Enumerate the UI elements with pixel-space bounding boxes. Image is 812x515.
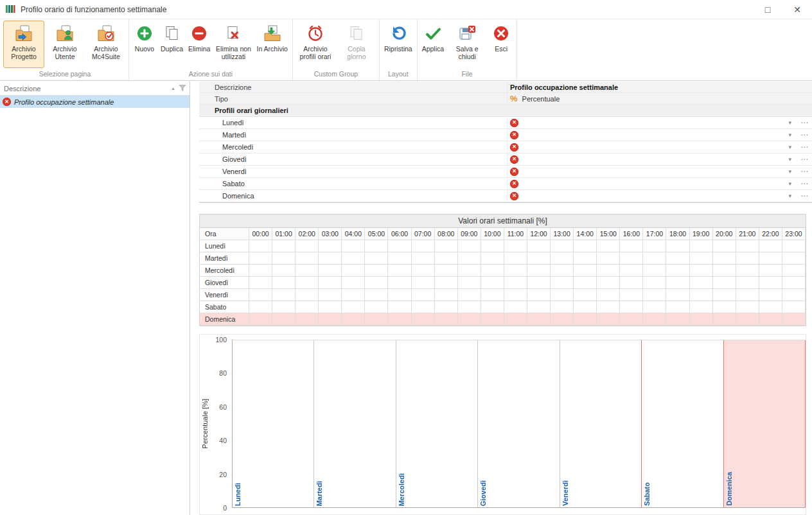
hour-value-cell[interactable] (782, 252, 806, 265)
hour-value-cell[interactable] (296, 252, 319, 265)
hour-value-cell[interactable] (319, 289, 342, 301)
hour-value-cell[interactable] (412, 265, 435, 277)
hour-value-cell[interactable] (435, 240, 458, 252)
hour-value-cell[interactable] (481, 240, 504, 252)
hour-value-cell[interactable] (435, 277, 458, 289)
browse-ellipsis-icon[interactable]: ⋯ (800, 155, 809, 164)
hour-value-cell[interactable] (504, 277, 527, 289)
hour-value-cell[interactable] (782, 277, 806, 289)
hour-value-cell[interactable] (574, 252, 597, 265)
hour-value-cell[interactable] (342, 301, 365, 313)
hour-value-cell[interactable] (412, 240, 435, 252)
browse-ellipsis-icon[interactable]: ⋯ (800, 130, 809, 139)
hour-value-cell[interactable] (272, 252, 296, 265)
hour-value-cell[interactable] (666, 240, 689, 252)
hour-value-cell[interactable] (435, 265, 458, 277)
hour-value-cell[interactable] (504, 265, 527, 277)
hour-value-cell[interactable] (759, 240, 782, 252)
browse-ellipsis-icon[interactable]: ⋯ (800, 179, 809, 188)
hour-value-cell[interactable] (759, 265, 782, 277)
hour-value-cell[interactable] (690, 252, 713, 265)
hour-value-cell[interactable] (736, 289, 759, 301)
dropdown-icon[interactable]: ▾ (788, 193, 791, 199)
hour-value-cell[interactable] (736, 301, 759, 313)
hour-value-cell[interactable] (272, 265, 296, 277)
hour-value-cell[interactable] (597, 252, 620, 265)
hour-value-cell[interactable] (527, 313, 551, 326)
maximize-button[interactable]: □ (753, 0, 782, 19)
hour-value-cell[interactable] (388, 313, 411, 326)
hour-value-cell[interactable] (458, 252, 481, 265)
hour-value-cell[interactable] (319, 240, 342, 252)
hour-value-cell[interactable] (736, 277, 759, 289)
hour-value-cell[interactable] (620, 289, 643, 301)
hour-value-cell[interactable] (458, 301, 481, 313)
hour-value-cell[interactable] (551, 240, 574, 252)
browse-ellipsis-icon[interactable]: ⋯ (800, 167, 809, 176)
hour-value-cell[interactable] (620, 240, 643, 252)
dropdown-icon[interactable]: ▾ (788, 144, 791, 150)
hour-value-cell[interactable] (551, 289, 574, 301)
dropdown-icon[interactable]: ▾ (788, 180, 791, 187)
hour-value-cell[interactable] (342, 252, 365, 265)
duplica-button[interactable]: Duplica (158, 21, 186, 68)
clear-day-icon[interactable]: ✕ (510, 131, 518, 139)
hour-value-cell[interactable] (620, 301, 643, 313)
hour-value-cell[interactable] (458, 313, 481, 326)
hour-value-cell[interactable] (643, 301, 666, 313)
sort-asc-icon[interactable]: ▲ (171, 86, 175, 91)
profile-list-item[interactable]: ✕ Profilo occupazione settimanale (0, 96, 190, 108)
hour-value-cell[interactable] (759, 301, 782, 313)
hour-value-cell[interactable] (365, 277, 388, 289)
hour-value-cell[interactable] (597, 313, 620, 326)
hour-value-cell[interactable] (713, 313, 736, 326)
browse-ellipsis-icon[interactable]: ⋯ (800, 191, 809, 200)
hour-value-cell[interactable] (249, 252, 272, 265)
hour-value-cell[interactable] (412, 289, 435, 301)
description-column-header[interactable]: Descrizione ▲ (0, 82, 190, 96)
close-button[interactable]: ✕ (782, 0, 812, 19)
hour-value-cell[interactable] (365, 289, 388, 301)
hour-value-cell[interactable] (272, 313, 296, 326)
hour-value-cell[interactable] (574, 277, 597, 289)
prop-day-value-field[interactable]: ✕▾⋯ (508, 141, 812, 153)
hour-value-cell[interactable] (620, 277, 643, 289)
hour-value-cell[interactable] (736, 313, 759, 326)
hour-value-cell[interactable] (690, 313, 713, 326)
clear-day-icon[interactable]: ✕ (510, 180, 518, 188)
hour-value-cell[interactable] (458, 265, 481, 277)
hour-value-cell[interactable] (759, 252, 782, 265)
hour-value-cell[interactable] (574, 313, 597, 326)
hour-value-cell[interactable] (597, 289, 620, 301)
archivio-progetto-button[interactable]: Archivio Progetto (3, 21, 44, 68)
hour-value-cell[interactable] (736, 252, 759, 265)
hour-value-cell[interactable] (666, 265, 689, 277)
filter-icon[interactable] (179, 84, 186, 93)
hour-value-cell[interactable] (249, 277, 272, 289)
hour-value-cell[interactable] (319, 301, 342, 313)
hour-value-cell[interactable] (643, 265, 666, 277)
hour-value-cell[interactable] (388, 289, 411, 301)
hour-value-cell[interactable] (412, 313, 435, 326)
hour-value-cell[interactable] (666, 313, 689, 326)
archivio-mc4suite-button[interactable]: Archivio Mc4Suite (85, 21, 127, 68)
hour-value-cell[interactable] (759, 289, 782, 301)
browse-ellipsis-icon[interactable]: ⋯ (800, 143, 809, 152)
archivio-profili-orari-button[interactable]: Archivio profili orari (295, 21, 336, 68)
hour-value-cell[interactable] (435, 252, 458, 265)
hour-value-cell[interactable] (458, 240, 481, 252)
hour-value-cell[interactable] (481, 313, 504, 326)
hour-value-cell[interactable] (481, 277, 504, 289)
hour-value-cell[interactable] (296, 289, 319, 301)
hour-value-cell[interactable] (435, 301, 458, 313)
dropdown-icon[interactable]: ▾ (788, 156, 791, 162)
hour-value-cell[interactable] (597, 277, 620, 289)
in-archivio-button[interactable]: In Archivio (254, 21, 290, 68)
esci-button[interactable]: Esci (488, 21, 515, 68)
hour-value-cell[interactable] (319, 313, 342, 326)
hour-value-cell[interactable] (481, 289, 504, 301)
hour-value-cell[interactable] (666, 277, 689, 289)
hour-value-cell[interactable] (713, 240, 736, 252)
applica-button[interactable]: Applica (419, 21, 446, 68)
dropdown-icon[interactable]: ▾ (788, 168, 791, 175)
